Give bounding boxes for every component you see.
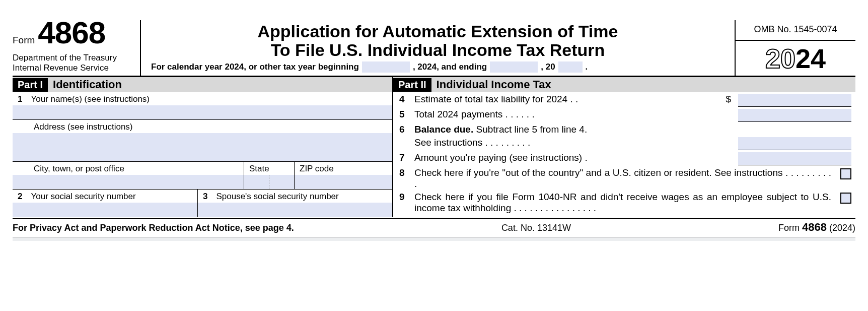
title-line-1: Application for Automatic Extension of T… <box>258 22 618 41</box>
line-8-checkbox[interactable] <box>840 168 851 179</box>
line-8-text: Check here if you're "out of the country… <box>414 167 831 190</box>
line-5-number: 5 <box>399 109 409 120</box>
calendar-suffix-1: , 20 <box>541 62 555 72</box>
address-input-2[interactable] <box>13 147 392 161</box>
line-3-label: Spouse's social security number <box>216 192 338 201</box>
privacy-notice: For Privacy Act and Paperwork Reduction … <box>13 223 294 233</box>
form-number-row: Form 4868 <box>13 20 140 46</box>
line-5-amount-input[interactable] <box>738 109 851 121</box>
dollar-sign: $ <box>723 94 733 105</box>
part-2-bar: Part II Individual Income Tax <box>393 77 855 92</box>
part-1-column: Part I Identification 1 Your name(s) (se… <box>13 77 393 217</box>
address-field-row-2 <box>13 147 392 161</box>
city-label: City, town, or post office <box>34 164 124 173</box>
name-field-row <box>13 105 392 119</box>
city-input[interactable] <box>13 175 244 189</box>
line-6-subtract: Subtract line 5 from line 4. <box>473 124 587 135</box>
part-2-label: Part II <box>393 78 431 92</box>
line-2-label: Your social security number <box>31 192 135 201</box>
state-label: State <box>249 164 269 173</box>
address-input-1[interactable] <box>13 133 392 147</box>
line-3-number: 3 <box>203 192 214 202</box>
line-9-checkbox[interactable] <box>840 193 851 204</box>
line-9: 9 Check here if you file Form 1040-NR an… <box>393 190 855 214</box>
line-4-amount-input[interactable] <box>738 94 851 106</box>
calendar-prefix: For calendar year 2024, or other tax yea… <box>151 62 359 72</box>
line-1-number: 1 <box>18 94 29 104</box>
footer-form-prefix: Form <box>778 223 802 233</box>
form-footer: For Privacy Act and Paperwork Reduction … <box>13 219 855 234</box>
omb-number: OMB No. 1545-0074 <box>735 20 855 41</box>
address-label-row: Address (see instructions) <box>13 120 392 133</box>
calendar-mid: , 2024, and ending <box>413 62 487 72</box>
line-6-balance-due: Balance due. <box>414 124 473 135</box>
part-1-title: Identification <box>48 78 122 91</box>
spouse-ssn-input[interactable] <box>198 203 392 217</box>
line-5-text: Total 2024 payments . . . . . . <box>414 109 718 120</box>
line-6-see-instructions: See instructions . . . . . . . . . <box>414 137 718 148</box>
department-line-2: Internal Revenue Service <box>13 63 140 73</box>
footer-form-suffix: (2024) <box>827 223 855 233</box>
line-8: 8 Check here if you're "out of the count… <box>393 166 855 190</box>
line-6-text-first: Balance due. Subtract line 5 from line 4… <box>414 124 718 135</box>
line-9-text: Check here if you file Form 1040-NR and … <box>414 192 831 214</box>
zip-label: ZIP code <box>300 164 334 173</box>
address-field-row-1 <box>13 133 392 147</box>
department-line-1: Department of the Treasury <box>13 53 140 63</box>
form-body: Part I Identification 1 Your name(s) (se… <box>13 77 855 217</box>
state-input-2[interactable] <box>269 175 295 189</box>
tax-year: 2024 <box>765 43 826 74</box>
ssn-field-row <box>13 203 392 217</box>
part-1-label: Part I <box>13 78 48 92</box>
tax-year-end-yy-input[interactable] <box>558 61 583 73</box>
line-7-text: Amount you're paying (see instructions) … <box>414 152 718 163</box>
header-left: Form 4868 Department of the Treasury Int… <box>13 20 141 76</box>
department-block: Department of the Treasury Internal Reve… <box>13 53 140 73</box>
form-number: 4868 <box>38 20 105 45</box>
city-state-zip-field-row <box>13 175 392 189</box>
line-6b: See instructions . . . . . . . . . <box>393 137 855 151</box>
bottom-shade <box>13 237 855 241</box>
title-line-2: To File U.S. Individual Income Tax Retur… <box>258 41 618 59</box>
form-header: Form 4868 Department of the Treasury Int… <box>13 20 855 77</box>
line-6-amount-input[interactable] <box>738 137 851 150</box>
form-4868: Form 4868 Department of the Treasury Int… <box>13 20 855 241</box>
line-1-label-row: 1 Your name(s) (see instructions) <box>13 92 392 105</box>
tax-year-end-input[interactable] <box>490 61 538 73</box>
state-input-1[interactable] <box>244 175 269 189</box>
year-bold: 24 <box>795 43 826 74</box>
name-input[interactable] <box>13 105 392 119</box>
form-word: Form <box>13 35 35 46</box>
line-4-text: Estimate of total tax liability for 2024… <box>414 94 718 105</box>
line-7-amount-input[interactable] <box>738 152 851 165</box>
tax-year-box: 2024 <box>735 41 855 76</box>
part-1-bar: Part I Identification <box>13 77 392 92</box>
line-1-label: Your name(s) (see instructions) <box>31 94 150 104</box>
identification-block: 1 Your name(s) (see instructions) Addres… <box>13 92 392 217</box>
year-ghost: 20 <box>765 43 795 74</box>
line-7-number: 7 <box>399 152 409 163</box>
ssn-input[interactable] <box>13 203 197 217</box>
address-label: Address (see instructions) <box>34 122 133 132</box>
line-5: 5 Total 2024 payments . . . . . . <box>393 107 855 122</box>
line-2-number: 2 <box>18 192 29 202</box>
tax-year-begin-input[interactable] <box>362 61 410 73</box>
part-2-column: Part II Individual Income Tax 4 Estimate… <box>393 77 855 217</box>
header-right: OMB No. 1545-0074 2024 <box>735 20 855 76</box>
ssn-label-row: 2 Your social security number 3 Spouse's… <box>13 190 392 203</box>
calendar-year-line: For calendar year 2024, or other tax yea… <box>145 61 588 73</box>
line-4: 4 Estimate of total tax liability for 20… <box>393 92 855 107</box>
zip-input[interactable] <box>295 175 392 189</box>
header-center: Application for Automatic Extension of T… <box>141 20 735 76</box>
line-6-number: 6 <box>399 124 409 135</box>
calendar-suffix-2: . <box>586 62 588 72</box>
line-4-number: 4 <box>399 94 409 105</box>
line-7: 7 Amount you're paying (see instructions… <box>393 151 855 166</box>
line-8-number: 8 <box>399 167 409 178</box>
footer-form-ref: Form 4868 (2024) <box>778 221 855 234</box>
line-6a: 6 Balance due. Subtract line 5 from line… <box>393 122 855 137</box>
part-2-title: Individual Income Tax <box>431 78 551 91</box>
city-state-zip-label-row: City, town, or post office State ZIP cod… <box>13 162 392 175</box>
line-9-number: 9 <box>399 192 409 203</box>
catalog-number: Cat. No. 13141W <box>501 223 571 233</box>
